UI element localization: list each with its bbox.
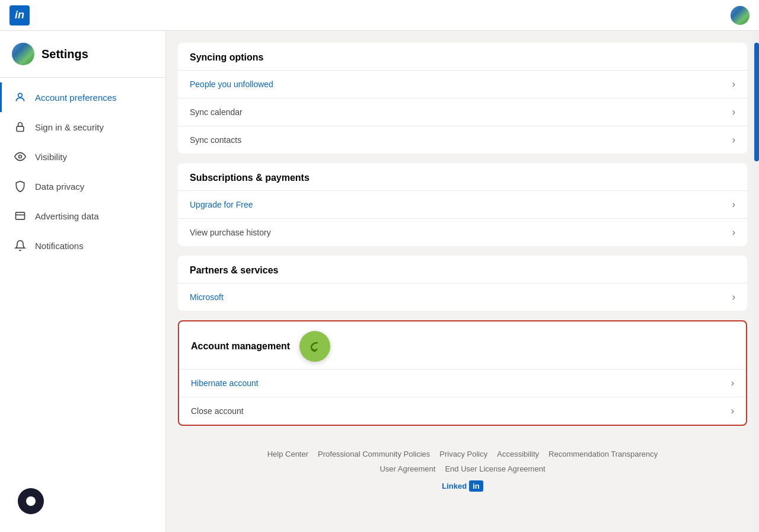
people-unfollowed-arrow: ›: [732, 79, 735, 90]
upgrade-free-arrow: ›: [732, 199, 735, 210]
sidebar-item-label-advertising-data: Advertising data: [35, 211, 99, 221]
svg-point-5: [305, 337, 324, 356]
bell-icon: [14, 239, 27, 252]
close-account-label: Close account: [191, 406, 244, 416]
partners-services-card: Partners & services Microsoft ›: [178, 256, 747, 311]
sidebar-item-visibility[interactable]: Visibility: [0, 142, 165, 171]
linkedin-logo[interactable]: in: [9, 5, 30, 26]
footer-professional-community-policies[interactable]: Professional Community Policies: [318, 450, 430, 458]
sidebar: Settings Account preferences Sign in & s…: [0, 31, 166, 532]
view-purchase-history-label: View purchase history: [190, 228, 271, 237]
syncing-options-card: Syncing options People you unfollowed › …: [178, 43, 747, 154]
syncing-options-title: Syncing options: [178, 43, 747, 70]
subscriptions-payments-title: Subscriptions & payments: [178, 163, 747, 190]
sidebar-item-data-privacy[interactable]: Data privacy: [0, 171, 165, 201]
partners-services-title: Partners & services: [178, 256, 747, 283]
people-unfollowed-label: People you unfollowed: [190, 79, 273, 89]
subscriptions-payments-card: Subscriptions & payments Upgrade for Fre…: [178, 163, 747, 246]
footer-brand-logo: in: [469, 480, 483, 492]
microsoft-item[interactable]: Microsoft ›: [178, 283, 747, 311]
recording-indicator: [18, 488, 44, 514]
settings-header: Settings: [0, 43, 165, 78]
eye-icon: [14, 150, 27, 163]
svg-rect-1: [17, 126, 24, 131]
sidebar-nav: Account preferences Sign in & security V…: [0, 82, 165, 260]
svg-point-2: [19, 155, 22, 158]
main-content: Syncing options People you unfollowed › …: [166, 31, 759, 532]
footer-recommendation-transparency[interactable]: Recommendation Transparency: [548, 450, 658, 458]
sidebar-item-sign-in-security[interactable]: Sign in & security: [0, 112, 165, 142]
scrollbar-track: [752, 31, 759, 532]
footer: Help Center Professional Community Polic…: [178, 435, 747, 504]
topbar: in: [0, 0, 759, 31]
sync-calendar-arrow: ›: [732, 107, 735, 117]
settings-avatar: [12, 43, 34, 65]
annotation-arrow-icon: [299, 331, 330, 362]
topbar-avatar[interactable]: [731, 6, 750, 25]
footer-end-user-license-agreement[interactable]: End User License Agreement: [445, 464, 545, 473]
sync-contacts-item[interactable]: Sync contacts ›: [178, 126, 747, 154]
recording-dot: [26, 496, 36, 506]
settings-title: Settings: [42, 47, 88, 61]
footer-links-row1: Help Center Professional Community Polic…: [190, 450, 735, 458]
account-management-card: Account management Hibernate account › C…: [178, 320, 747, 426]
topbar-left: in: [9, 5, 30, 26]
shield-icon: [14, 180, 27, 193]
upgrade-free-label: Upgrade for Free: [190, 200, 253, 209]
scrollbar-thumb[interactable]: [754, 43, 759, 161]
upgrade-free-item[interactable]: Upgrade for Free ›: [178, 190, 747, 218]
footer-brand-text: Linked: [442, 482, 467, 490]
main-layout: Settings Account preferences Sign in & s…: [0, 31, 759, 532]
svg-rect-3: [16, 212, 25, 219]
people-unfollowed-item[interactable]: People you unfollowed ›: [178, 70, 747, 98]
footer-help-center[interactable]: Help Center: [267, 450, 308, 458]
microsoft-arrow: ›: [732, 292, 735, 302]
hibernate-account-label: Hibernate account: [191, 378, 259, 388]
sync-contacts-label: Sync contacts: [190, 135, 241, 145]
close-account-item[interactable]: Close account ›: [179, 397, 746, 425]
sync-contacts-arrow: ›: [732, 135, 735, 145]
sidebar-item-label-sign-in-security: Sign in & security: [35, 122, 104, 132]
lock-icon: [14, 120, 27, 133]
view-purchase-history-item[interactable]: View purchase history ›: [178, 218, 747, 246]
person-icon: [14, 91, 27, 104]
sidebar-item-label-data-privacy: Data privacy: [35, 181, 84, 192]
advertising-icon: [14, 209, 27, 222]
svg-point-0: [18, 93, 23, 97]
footer-user-agreement[interactable]: User Agreement: [380, 464, 435, 473]
hibernate-account-arrow: ›: [731, 378, 734, 388]
microsoft-label: Microsoft: [190, 292, 224, 302]
sidebar-item-label-visibility: Visibility: [35, 152, 67, 162]
sidebar-item-label-account-preferences: Account preferences: [35, 93, 117, 103]
footer-privacy-policy[interactable]: Privacy Policy: [439, 450, 487, 458]
view-purchase-history-arrow: ›: [732, 227, 735, 238]
footer-links-row2: User Agreement End User License Agreemen…: [190, 464, 735, 473]
footer-brand: Linked in: [190, 480, 735, 492]
close-account-arrow: ›: [731, 406, 734, 416]
sidebar-item-advertising-data[interactable]: Advertising data: [0, 201, 165, 231]
sidebar-item-account-preferences[interactable]: Account preferences: [0, 82, 165, 112]
sidebar-item-notifications[interactable]: Notifications: [0, 231, 165, 260]
hibernate-account-item[interactable]: Hibernate account ›: [179, 369, 746, 397]
account-management-title: Account management: [179, 321, 746, 369]
sync-calendar-item[interactable]: Sync calendar ›: [178, 98, 747, 126]
sidebar-item-label-notifications: Notifications: [35, 241, 84, 251]
sync-calendar-label: Sync calendar: [190, 107, 243, 117]
footer-accessibility[interactable]: Accessibility: [497, 450, 539, 458]
